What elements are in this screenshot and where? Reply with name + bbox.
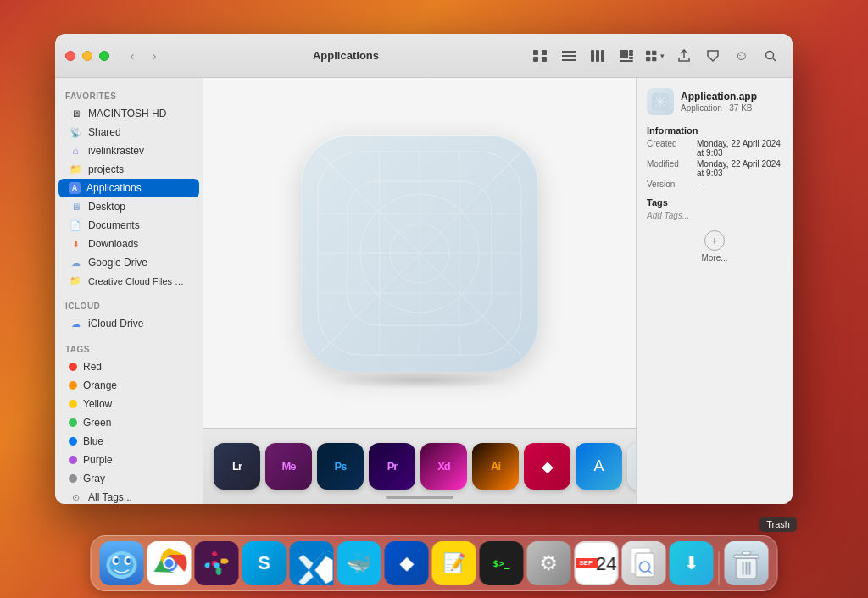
more-button[interactable]: + More... bbox=[647, 230, 782, 263]
sidebar-label-icloud-drive: iCloud Drive bbox=[88, 318, 143, 329]
tag-button[interactable] bbox=[701, 44, 725, 68]
lightroom-icon[interactable]: Lr bbox=[214, 443, 260, 490]
add-tags-field[interactable]: Add Tags... bbox=[647, 211, 782, 220]
favorites-label: Favorites bbox=[55, 85, 203, 104]
yellow-dot bbox=[69, 400, 77, 408]
list-view-button[interactable] bbox=[557, 44, 581, 68]
modified-label: Modified bbox=[647, 159, 693, 178]
svg-rect-16 bbox=[652, 50, 656, 54]
orange-dot bbox=[69, 381, 77, 390]
svg-rect-56 bbox=[214, 563, 220, 568]
tag-label-orange: Orange bbox=[83, 379, 117, 391]
created-value: Monday, 22 April 2024 at 9:03 bbox=[697, 139, 782, 158]
maximize-button[interactable] bbox=[99, 51, 109, 61]
gallery-view-button[interactable] bbox=[615, 44, 638, 68]
svg-rect-3 bbox=[542, 57, 547, 62]
dock-notes[interactable]: 📝 bbox=[432, 541, 476, 585]
info-row-version: Version -- bbox=[647, 180, 782, 189]
sidebar-item-google-drive[interactable]: ☁ Google Drive bbox=[58, 253, 199, 272]
sidebar-item-tag-yellow[interactable]: Yellow bbox=[58, 395, 199, 413]
file-scroll-area[interactable] bbox=[203, 78, 636, 428]
svg-rect-5 bbox=[562, 55, 576, 57]
dock-skype[interactable]: S bbox=[242, 541, 287, 585]
app-store-icon[interactable]: A bbox=[576, 443, 622, 490]
version-label: Version bbox=[647, 180, 693, 189]
tag-label-yellow: Yellow bbox=[83, 398, 112, 410]
sidebar-label-documents: Documents bbox=[88, 219, 140, 231]
green-dot bbox=[69, 418, 77, 427]
sidebar-item-tag-purple[interactable]: Purple bbox=[58, 451, 199, 469]
dock-airdrop[interactable]: ⬇ bbox=[670, 541, 714, 585]
dock-system-prefs[interactable]: ⚙ bbox=[527, 541, 571, 585]
dock-calendar[interactable]: SEP 24 bbox=[575, 541, 619, 585]
dock-docker[interactable]: 🐳 bbox=[337, 541, 381, 585]
scrollbar[interactable] bbox=[386, 496, 453, 499]
blank-app-icon[interactable] bbox=[627, 443, 636, 490]
sidebar-label-creative-cloud: Creative Cloud Files Per... bbox=[88, 276, 189, 286]
sidebar-item-downloads[interactable]: ⬇ Downloads bbox=[58, 235, 199, 253]
dock-sourcetree[interactable]: ◆ bbox=[385, 541, 429, 585]
close-button[interactable] bbox=[65, 51, 75, 61]
icon-view-button[interactable] bbox=[528, 44, 552, 68]
sidebar-label-projects: projects bbox=[88, 163, 124, 175]
sidebar-item-creative-cloud[interactable]: 📁 Creative Cloud Files Per... bbox=[58, 272, 199, 290]
sidebar-item-icloud-drive[interactable]: ☁ iCloud Drive bbox=[58, 314, 199, 333]
svg-rect-68 bbox=[743, 551, 751, 555]
dock-slack[interactable] bbox=[195, 541, 239, 585]
sidebar-item-home[interactable]: ⌂ ivelinkrastev bbox=[58, 141, 199, 160]
svg-rect-6 bbox=[562, 59, 576, 61]
sidebar-item-tag-green[interactable]: Green bbox=[58, 413, 199, 432]
sidebar-item-desktop[interactable]: 🖥 Desktop bbox=[58, 197, 199, 216]
sidebar-item-tag-gray[interactable]: Gray bbox=[58, 469, 199, 488]
dock-terminal[interactable]: $>_ bbox=[480, 541, 524, 585]
tag-label-all: All Tags... bbox=[88, 491, 132, 503]
sidebar-item-applications[interactable]: A Applications bbox=[58, 179, 199, 197]
svg-line-30 bbox=[492, 325, 521, 355]
svg-rect-13 bbox=[629, 57, 633, 59]
photoshop-icon[interactable]: Ps bbox=[317, 443, 364, 490]
info-row-modified: Modified Monday, 22 April 2024 at 9:03 bbox=[647, 159, 782, 178]
svg-rect-8 bbox=[596, 50, 599, 62]
search-button[interactable] bbox=[759, 44, 782, 68]
shared-icon: 📡 bbox=[69, 127, 82, 138]
share-button[interactable] bbox=[672, 44, 696, 68]
back-button[interactable]: ‹ bbox=[123, 47, 142, 65]
media-encoder-icon[interactable]: Me bbox=[265, 443, 312, 490]
sidebar-item-shared[interactable]: 📡 Shared bbox=[58, 123, 199, 141]
nav-buttons: ‹ › bbox=[123, 47, 164, 65]
sidebar-item-projects[interactable]: 📁 projects bbox=[58, 160, 199, 179]
dock-finder[interactable] bbox=[100, 541, 144, 585]
forward-button[interactable]: › bbox=[145, 47, 164, 65]
svg-rect-7 bbox=[591, 50, 594, 62]
all-tags-icon: ⊙ bbox=[69, 492, 82, 503]
xd-icon[interactable]: Xd bbox=[420, 443, 467, 490]
view-options-button[interactable]: ▾ bbox=[643, 44, 667, 68]
dock-vscode[interactable] bbox=[290, 541, 334, 585]
file-area: Lr Me Ps Pr Xd Ai ◆ A ⚙ ☁ 📖 bbox=[203, 78, 636, 504]
svg-rect-4 bbox=[562, 51, 576, 53]
window-buttons bbox=[65, 51, 109, 61]
sidebar-item-all-tags[interactable]: ⊙ All Tags... bbox=[58, 488, 199, 504]
sidebar-item-documents[interactable]: 📄 Documents bbox=[58, 216, 199, 235]
action-button[interactable]: ☺ bbox=[730, 44, 754, 68]
svg-point-48 bbox=[126, 558, 131, 563]
sidebar-item-macintosh-hd[interactable]: 🖥 MACINTOSH HD bbox=[58, 104, 199, 123]
sidebar-item-tag-blue[interactable]: Blue bbox=[58, 432, 199, 451]
sidebar-item-tag-red[interactable]: Red bbox=[58, 357, 199, 376]
dock-trash[interactable] bbox=[725, 541, 769, 585]
svg-line-20 bbox=[773, 58, 776, 61]
creative-cloud-icon: 📁 bbox=[69, 275, 82, 286]
column-view-button[interactable] bbox=[586, 44, 609, 68]
info-section-tags: Tags bbox=[647, 197, 782, 208]
premiere-icon[interactable]: Pr bbox=[369, 443, 415, 490]
window-title: Applications bbox=[164, 49, 528, 62]
illustrator-icon[interactable]: Ai bbox=[472, 443, 519, 490]
svg-point-19 bbox=[766, 51, 774, 58]
dock-preview[interactable] bbox=[622, 541, 666, 585]
svg-line-28 bbox=[492, 152, 521, 181]
sidebar-item-tag-orange[interactable]: Orange bbox=[58, 376, 199, 395]
minimize-button[interactable] bbox=[82, 51, 92, 61]
dock-chrome[interactable] bbox=[147, 541, 192, 585]
git-connect-icon[interactable]: ◆ bbox=[524, 443, 570, 490]
svg-rect-1 bbox=[542, 50, 547, 55]
